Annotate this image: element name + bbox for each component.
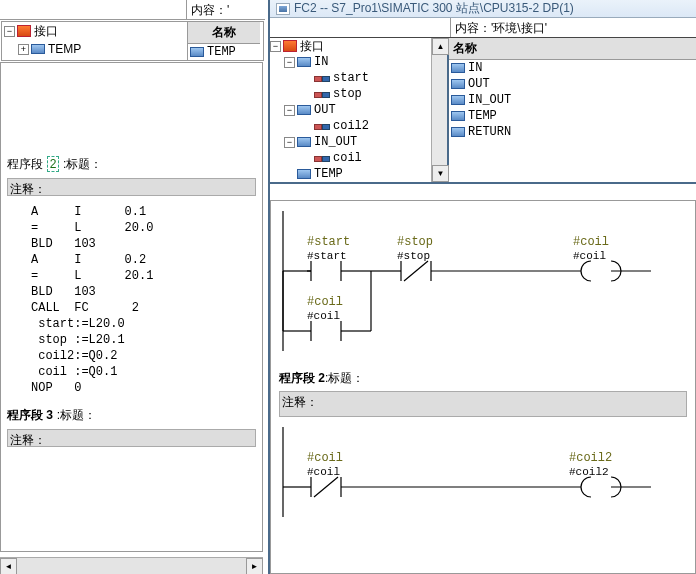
col-val-temp: TEMP (207, 45, 236, 59)
var-group-icon (297, 57, 311, 67)
segment-3-title: 程序段 3 :标题： (1, 404, 262, 427)
window-title: FC2 -- S7_Pro1\SIMATIC 300 站点\CPU315-2 D… (294, 0, 574, 17)
svg-text:#stop: #stop (397, 235, 433, 249)
param-icon (314, 121, 330, 131)
svg-text:#coil: #coil (307, 451, 343, 465)
var-group-icon (297, 105, 311, 115)
left-top-header: 内容：' (0, 0, 265, 20)
var-icon (190, 47, 204, 57)
segment-2-title: 程序段 2 :标题： (1, 153, 262, 176)
interface-icon (17, 25, 31, 37)
collapse-icon[interactable]: − (284, 105, 295, 116)
scroll-left-icon[interactable]: ◄ (0, 558, 17, 574)
segment-2-comment[interactable]: 注释： (7, 178, 256, 196)
network-1-rung[interactable]: #start #start #coil #coil #stop #stop (271, 201, 691, 361)
left-code-body[interactable]: 程序段 2 :标题： 注释： A I 0.1 = L 20.0 BLD 103 … (0, 62, 263, 552)
window-title-bar[interactable]: FC2 -- S7_Pro1\SIMATIC 300 站点\CPU315-2 D… (270, 0, 696, 18)
segment-number[interactable]: 2 (47, 156, 60, 172)
svg-text:#coil: #coil (307, 310, 340, 322)
scroll-down-icon[interactable]: ▼ (432, 165, 449, 182)
collapse-icon[interactable]: − (284, 137, 295, 148)
segment-2-comment[interactable]: 注释： (279, 391, 687, 417)
left-name-column: 名称 TEMP (188, 22, 260, 60)
var-icon (451, 63, 465, 73)
svg-text:#coil: #coil (307, 466, 340, 478)
svg-text:#coil2: #coil2 (569, 466, 609, 478)
param-icon (314, 73, 330, 83)
svg-line-21 (404, 261, 428, 281)
right-editor-pane: FC2 -- S7_Pro1\SIMATIC 300 站点\CPU315-2 D… (268, 0, 696, 574)
svg-text:#coil2: #coil2 (569, 451, 612, 465)
expand-icon[interactable]: + (18, 44, 29, 55)
left-content-label: 内容：' (186, 0, 233, 19)
segment-2-title: 程序段 2:标题： (271, 364, 695, 389)
scroll-up-icon[interactable]: ▲ (432, 38, 449, 55)
tree-v-scrollbar[interactable]: ▲ ▼ (432, 38, 449, 182)
var-group-icon (297, 137, 311, 147)
col-header-name: 名称 (188, 22, 260, 44)
collapse-icon[interactable]: − (284, 57, 295, 68)
scroll-right-icon[interactable]: ► (246, 558, 263, 574)
var-group-icon (31, 44, 45, 54)
collapse-icon[interactable]: − (4, 26, 15, 37)
var-icon (451, 79, 465, 89)
collapse-icon[interactable]: − (270, 41, 281, 52)
left-interface-tree[interactable]: − 接口 + TEMP (2, 22, 188, 60)
svg-text:#coil: #coil (573, 235, 609, 249)
right-interface-tree[interactable]: −接口 −IN start stop −OUT coil2 −IN_OUT co… (270, 38, 432, 182)
right-interface-panel: −接口 −IN start stop −OUT coil2 −IN_OUT co… (270, 38, 696, 184)
stl-code[interactable]: A I 0.1 = L 20.0 BLD 103 A I 0.2 = L 20.… (1, 200, 262, 404)
temp-label: TEMP (48, 42, 81, 56)
var-icon (451, 95, 465, 105)
interface-icon (283, 40, 297, 52)
svg-line-32 (314, 477, 338, 497)
var-icon (451, 111, 465, 121)
param-icon (314, 89, 330, 99)
svg-text:#coil: #coil (307, 295, 343, 309)
param-icon (314, 153, 330, 163)
right-name-column: 名称 IN OUT IN_OUT TEMP RETURN (449, 38, 696, 182)
svg-text:#stop: #stop (397, 250, 430, 262)
svg-text:#start: #start (307, 235, 350, 249)
col-header-name: 名称 (449, 38, 696, 60)
left-h-scrollbar[interactable]: ◄ ► (0, 557, 263, 574)
network-2-rung[interactable]: #coil #coil #coil2 #coil2 (271, 417, 691, 527)
svg-text:#coil: #coil (573, 250, 606, 262)
left-editor-pane: 内容：' − 接口 + TEMP 名称 TEMP 程序段 2 :标题： 注释： (0, 0, 265, 574)
right-content-label: 内容：'环境\接口' (450, 18, 696, 37)
var-icon (451, 127, 465, 137)
left-interface-panel: − 接口 + TEMP 名称 TEMP (1, 21, 264, 61)
segment-3-comment[interactable]: 注释： (7, 429, 256, 447)
right-top-header: 内容：'环境\接口' (270, 18, 696, 38)
lad-editor[interactable]: #start #start #coil #coil #stop #stop (270, 200, 696, 574)
svg-text:#start: #start (307, 250, 347, 262)
interface-root-label: 接口 (34, 23, 58, 40)
var-group-icon (297, 169, 311, 179)
window-icon (276, 3, 290, 15)
